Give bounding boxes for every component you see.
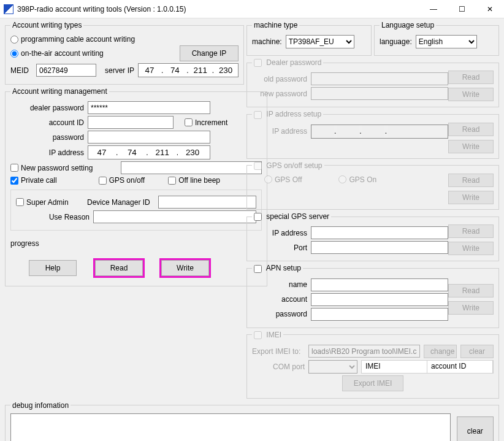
- account-id-label: account ID: [10, 118, 84, 127]
- ip-setup-input: ...: [311, 125, 448, 139]
- super-admin-checkbox[interactable]: Super Admin: [16, 198, 83, 207]
- gps-read-button: Read: [448, 174, 494, 187]
- ip-setup-box: IP address setup IP address ... Read Wri…: [246, 110, 499, 158]
- special-gps-box: special GPS server IP address Port Read …: [246, 212, 499, 261]
- read-button[interactable]: Read: [95, 260, 143, 276]
- debug-legend: debug infomation: [10, 401, 71, 410]
- write-button[interactable]: Write: [161, 260, 209, 276]
- m-ip-input[interactable]: . . .: [88, 145, 210, 159]
- debug-clear-button[interactable]: clear: [457, 416, 494, 441]
- minimize-button[interactable]: —: [419, 0, 448, 18]
- apn-account-input[interactable]: [311, 293, 448, 306]
- ip-write-button: Write: [448, 140, 494, 153]
- machine-label: machine:: [252, 37, 282, 46]
- gps-write-button: Write: [448, 191, 494, 204]
- radio-cable-writing[interactable]: programming cable account writing: [10, 35, 135, 44]
- dealer-read-button: Read: [448, 71, 494, 84]
- gps-onoff-checkbox[interactable]: GPS on/off: [99, 176, 145, 185]
- dealer-pw-enable: [254, 59, 262, 67]
- app-icon: [4, 4, 13, 14]
- serverip-label: server IP: [100, 66, 134, 75]
- dealer-password-input[interactable]: [88, 101, 210, 114]
- serverip-input[interactable]: . . .: [138, 63, 239, 77]
- device-mgr-label: Device Manager ID: [87, 198, 155, 207]
- new-password-input2: [311, 87, 448, 100]
- close-button[interactable]: ✕: [476, 0, 504, 18]
- gps-on-radio: GPS On: [338, 175, 376, 184]
- sg-port-input[interactable]: [311, 241, 448, 254]
- password-label: password: [10, 133, 84, 142]
- account-writing-management: Account writing management dealer passwo…: [5, 87, 267, 286]
- device-mgr-input[interactable]: [158, 196, 256, 209]
- gps-setup-box: GPS on/off setup GPS Off GPS On Read Wri…: [246, 161, 499, 210]
- language-label: language:: [380, 37, 412, 46]
- private-call-checkbox[interactable]: Private call: [10, 176, 57, 185]
- maximize-button[interactable]: ☐: [448, 0, 476, 18]
- apn-write-button: Write: [448, 301, 494, 315]
- imei-path-input: [308, 345, 420, 358]
- management-legend: Account writing management: [10, 87, 109, 96]
- password-input[interactable]: [88, 131, 210, 144]
- new-password-input[interactable]: [121, 161, 262, 174]
- account-id-input[interactable]: [88, 116, 174, 129]
- progress-label: progress: [10, 239, 45, 248]
- titlebar: 398P-radio account writing tools (Versio…: [0, 0, 504, 18]
- machine-select[interactable]: TP398AF_EU: [286, 35, 354, 48]
- comport-select: [308, 360, 357, 374]
- account-writing-types: Account writing types programming cable …: [5, 21, 244, 85]
- meid-label: MEID: [10, 66, 32, 75]
- imei-col: IMEI: [362, 361, 427, 373]
- export-imei-button: Export IMEI: [342, 375, 403, 391]
- machine-type-box: machine type machine: TP398AF_EU: [246, 21, 372, 56]
- sg-read-button: Read: [448, 224, 494, 238]
- account-col: account ID: [427, 361, 493, 373]
- admin-box: Super Admin Device Manager ID Use Reason: [10, 190, 262, 231]
- use-reason-input[interactable]: [93, 210, 256, 223]
- meid-input[interactable]: [36, 64, 96, 77]
- imei-change-button: change: [424, 345, 457, 358]
- dealer-write-button: Write: [448, 88, 494, 101]
- increment-checkbox[interactable]: Increment: [185, 118, 227, 127]
- apn-password-input[interactable]: [311, 308, 448, 321]
- imei-box: IMEI Export IMEI to: change clear COM po…: [246, 331, 499, 399]
- use-reason-label: Use Reason: [16, 213, 90, 221]
- language-legend: Language setup: [380, 21, 436, 29]
- language-box: Language setup language: English: [374, 21, 499, 56]
- gps-setup-enable: [254, 162, 262, 170]
- debug-textarea[interactable]: [10, 413, 451, 441]
- imei-table: IMEI account ID: [361, 360, 494, 374]
- apn-read-button: Read: [448, 284, 494, 297]
- old-password-input: [311, 72, 448, 85]
- change-ip-button[interactable]: Change IP: [180, 45, 239, 61]
- imei-enable: [254, 331, 262, 339]
- m-ip-label: IP address: [10, 148, 84, 157]
- gps-off-radio: GPS Off: [264, 175, 302, 184]
- sg-write-button: Write: [448, 242, 494, 255]
- ip-setup-enable: [254, 111, 262, 119]
- apn-name-input[interactable]: [311, 278, 448, 291]
- sg-ip-input[interactable]: [311, 226, 448, 239]
- offline-beep-checkbox[interactable]: Off line beep: [168, 176, 220, 185]
- debug-box: debug infomation clear: [5, 401, 499, 441]
- ip-read-button: Read: [448, 123, 494, 136]
- apn-box: APN setup name account password Read Wri…: [246, 264, 499, 328]
- radio-air-writing[interactable]: on-the-air account writing: [10, 49, 104, 58]
- window-title: 398P-radio account writing tools (Versio…: [17, 5, 419, 13]
- machine-type-legend: machine type: [252, 21, 299, 29]
- account-writing-types-legend: Account writing types: [10, 21, 83, 29]
- dealer-pw-box: Dealer password old password new passwor…: [246, 58, 499, 107]
- help-button[interactable]: Help: [29, 260, 77, 276]
- language-select[interactable]: English: [416, 35, 477, 48]
- apn-enable[interactable]: [254, 265, 262, 273]
- imei-clear-button: clear: [460, 345, 494, 358]
- dealer-password-label: dealer password: [10, 104, 84, 112]
- new-password-checkbox[interactable]: New password setting: [10, 164, 117, 172]
- special-gps-enable[interactable]: [254, 213, 262, 221]
